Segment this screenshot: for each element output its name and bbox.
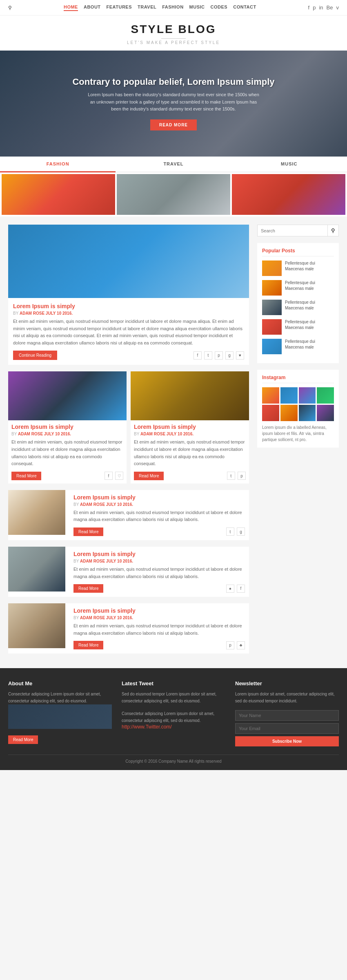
insta-img-4[interactable] — [317, 387, 334, 404]
horiz-post-2-title[interactable]: Lorem Ipsum is simply — [73, 551, 245, 557]
horiz-post-3-image[interactable] — [8, 603, 65, 648]
tab-travel[interactable]: TRAVEL — [116, 157, 231, 172]
main-post-image[interactable] — [8, 225, 249, 298]
nav-home[interactable]: HOME — [64, 4, 78, 11]
nav-contact[interactable]: CONTACT — [233, 4, 256, 11]
horiz-post-2: Lorem Ipsum is simply BY ADAM ROSE JULY … — [8, 547, 249, 597]
newsletter-name-input[interactable] — [235, 710, 339, 721]
behance-icon[interactable]: Be — [327, 4, 333, 11]
continue-reading-button[interactable]: Continue Reading — [13, 351, 57, 360]
fb-icon[interactable]: f — [105, 472, 113, 480]
popular-post-5-image[interactable] — [262, 339, 282, 354]
col-post-2-title[interactable]: Lorem Ipsum is simply — [134, 424, 246, 430]
share-icon[interactable]: ♥ — [236, 351, 244, 360]
nav-left: ⚲ — [8, 5, 12, 11]
share2-icon[interactable]: ♣ — [237, 641, 245, 649]
vimeo-icon[interactable]: v — [336, 4, 339, 11]
horiz-post-1-read-more[interactable]: Read More — [73, 528, 103, 536]
pin2-icon[interactable]: p — [226, 641, 234, 649]
horiz-post-2-meta: BY ADAM ROSE JULY 10 2016. — [73, 559, 245, 563]
horiz-post-1-author: ADAM ROSE — [80, 502, 105, 507]
insta-img-1[interactable] — [262, 387, 279, 404]
horiz-post-1-social: t g — [226, 528, 245, 536]
google-share-icon[interactable]: g — [225, 351, 234, 360]
col-post-2-date: JULY 10 2016. — [167, 432, 194, 436]
horiz-post-2-image[interactable] — [8, 547, 65, 592]
horiz-post-1-excerpt: Et enim ad minim veniam, quis nostrud ei… — [73, 509, 245, 523]
featured-image-1[interactable] — [2, 174, 115, 215]
col-post-1-title[interactable]: Lorem Ipsum is simply — [11, 424, 123, 430]
insta-img-5[interactable] — [262, 405, 279, 421]
horiz-post-2-body: Lorem Ipsum is simply BY ADAM ROSE JULY … — [69, 547, 249, 597]
fh-icon[interactable]: f — [237, 585, 245, 593]
search-input[interactable] — [257, 225, 328, 236]
nav-codes[interactable]: CODES — [211, 4, 228, 11]
tab-music[interactable]: MUSIC — [231, 157, 347, 172]
pinterest-icon[interactable]: p — [313, 4, 316, 11]
featured-image-2[interactable] — [117, 174, 230, 215]
footer-tweet-text2: Consectetur adipiscing Lorem ipsum dolor… — [122, 710, 225, 724]
two-column-posts: Lorem Ipsum is simply BY ADAM ROSE JULY … — [8, 371, 249, 483]
search-button[interactable]: ⚲ — [328, 225, 339, 236]
popular-post-4-image[interactable] — [262, 319, 282, 335]
main-post-footer: Continue Reading f t p g ♥ — [13, 351, 244, 360]
facebook-share-icon[interactable]: f — [194, 351, 202, 360]
ph-icon[interactable]: ♠ — [226, 585, 234, 593]
featured-image-3[interactable] — [232, 174, 345, 215]
insta-img-3[interactable] — [299, 387, 316, 404]
popular-post-2-text[interactable]: Pellentesque duiMaecenas male — [285, 280, 315, 291]
horiz-post-3-title[interactable]: Lorem Ipsum is simply — [73, 607, 245, 614]
pinterest-share-icon[interactable]: p — [215, 351, 223, 360]
horiz-post-2-author: ADAM ROSE — [80, 559, 105, 563]
footer-about-text: Consectetur adipiscing Lorem ipsum dolor… — [8, 691, 112, 704]
linkedin-icon[interactable]: in — [319, 4, 323, 11]
popular-post-1-text[interactable]: Pellentesque duiMaecenas male — [285, 260, 315, 272]
horiz-post-3-social: p ♣ — [226, 641, 245, 649]
main-post-title[interactable]: Lorem Ipsum is simply — [13, 303, 244, 309]
gp-icon[interactable]: g — [237, 528, 245, 536]
insta-img-8[interactable] — [317, 405, 334, 421]
subscribe-button[interactable]: Subscribe Now — [235, 736, 339, 746]
hero-section: Contrary to popular belief, Lorem Ipsum … — [0, 51, 347, 157]
insta-img-2[interactable] — [280, 387, 298, 404]
hero-read-more-button[interactable]: READ MORE — [150, 119, 197, 130]
col-post-2-read-more[interactable]: Read More — [134, 472, 164, 480]
nav-travel[interactable]: TRAVEL — [138, 4, 156, 11]
nav-fashion[interactable]: FASHION — [162, 4, 183, 11]
tw-icon[interactable]: t — [227, 472, 235, 480]
popular-post-5-text[interactable]: Pellentesque duiMaecenas male — [285, 339, 315, 350]
newsletter-email-input[interactable] — [235, 723, 339, 734]
col-post-1-image[interactable] — [8, 371, 127, 420]
footer-about-button[interactable]: Read More — [8, 735, 38, 744]
insta-img-7[interactable] — [299, 405, 316, 421]
tab-fashion[interactable]: FASHION — [0, 157, 116, 172]
twitter-share-icon[interactable]: t — [204, 351, 212, 360]
footer-about-title: About Me — [8, 680, 112, 686]
col-post-2-image[interactable] — [131, 371, 249, 420]
nav-features[interactable]: FEATURES — [107, 4, 132, 11]
col-post-1-read-more[interactable]: Read More — [11, 472, 41, 480]
ig-icon[interactable]: ♡ — [115, 472, 123, 480]
nav-about[interactable]: ABOUT — [84, 4, 101, 11]
horiz-post-3-read-more[interactable]: Read More — [73, 641, 103, 649]
popular-post-3-image[interactable] — [262, 300, 282, 315]
popular-post-3-text[interactable]: Pellentesque duiMaecenas male — [285, 300, 315, 311]
facebook-icon[interactable]: f — [308, 4, 310, 11]
horiz-post-1-body: Lorem Ipsum is simply BY ADAM ROSE JULY … — [69, 490, 249, 540]
popular-post-2-image[interactable] — [262, 280, 282, 296]
popular-post-4-text[interactable]: Pellentesque duiMaecenas male — [285, 319, 315, 331]
col-post-1-footer: Read More f ♡ — [11, 472, 123, 480]
footer-tweet-link[interactable]: http://www.Twitter.com/ — [122, 724, 172, 730]
pin-icon[interactable]: p — [238, 472, 246, 480]
concert-image — [2, 174, 115, 215]
popular-post-1-image[interactable] — [262, 260, 282, 276]
horiz-post-1-title[interactable]: Lorem Ipsum is simply — [73, 494, 245, 501]
insta-img-6[interactable] — [280, 405, 298, 421]
nav-music[interactable]: MUSIC — [189, 4, 205, 11]
horiz-post-3-body: Lorem Ipsum is simply BY ADAM ROSE JULY … — [69, 603, 249, 653]
horiz-post-1-image[interactable] — [8, 490, 65, 535]
main-post-date: JULY 10 2016. — [46, 311, 73, 316]
search-icon[interactable]: ⚲ — [8, 5, 12, 11]
horiz-post-2-read-more[interactable]: Read More — [73, 584, 103, 593]
tw2-icon[interactable]: t — [226, 528, 234, 536]
